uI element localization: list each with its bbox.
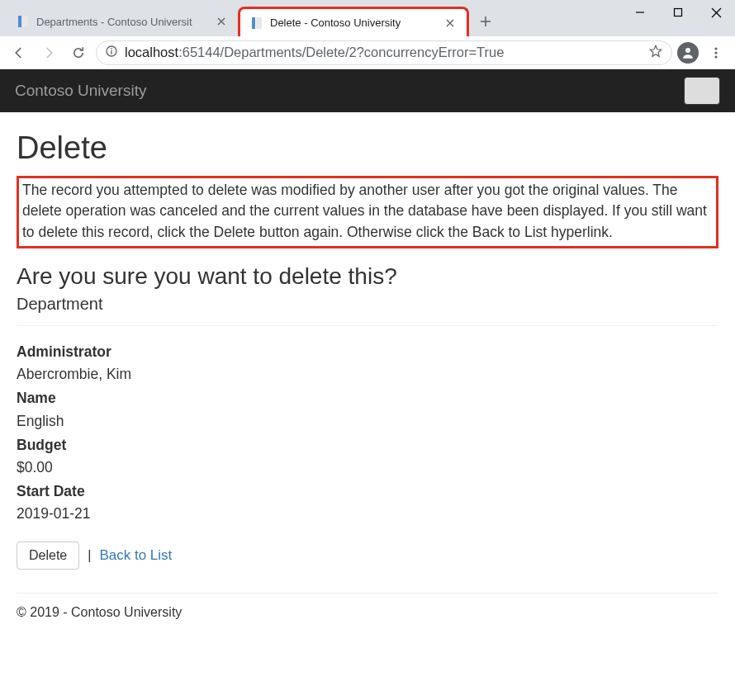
window-controls <box>621 0 735 25</box>
divider <box>17 593 718 594</box>
bookmark-star-icon[interactable] <box>648 44 663 62</box>
url-port: :65144 <box>178 45 220 59</box>
page-content: Delete The record you attempted to delet… <box>0 112 735 638</box>
back-to-list-link[interactable]: Back to List <box>99 547 172 564</box>
svg-rect-0 <box>18 16 21 27</box>
detail-list: Administrator Abercrombie, Kim Name Engl… <box>17 341 718 525</box>
field-value: 2019-01-21 <box>17 503 718 525</box>
svg-point-9 <box>714 47 717 50</box>
url-host: localhost <box>125 45 178 59</box>
site-info-icon[interactable] <box>105 45 118 61</box>
reload-button[interactable] <box>66 40 91 65</box>
field-label: Name <box>17 387 718 409</box>
confirm-heading: Are you sure you want to delete this? <box>17 263 718 290</box>
page-title: Delete <box>17 130 718 166</box>
maximize-button[interactable] <box>659 0 697 25</box>
error-text: The record you attempted to delete was m… <box>22 182 707 240</box>
minimize-button[interactable] <box>621 0 659 25</box>
separator: | <box>88 548 91 563</box>
field-value: English <box>17 410 718 433</box>
browser-tabs: Departments - Contoso Universit Delete -… <box>0 0 497 36</box>
field-value: Abercrombie, Kim <box>17 363 718 385</box>
concurrency-error-message: The record you attempted to delete was m… <box>17 176 718 248</box>
browser-tab-active[interactable]: Delete - Contoso University <box>238 7 469 36</box>
tab-title: Departments - Contoso Universit <box>36 16 208 28</box>
brand-link[interactable]: Contoso University <box>15 82 146 100</box>
app-navbar: Contoso University <box>0 69 735 112</box>
profile-avatar-icon[interactable] <box>677 42 699 64</box>
entity-subheading: Department <box>17 295 718 314</box>
window-titlebar: Departments - Contoso Universit Delete -… <box>0 0 735 36</box>
forward-button[interactable] <box>36 40 61 65</box>
svg-rect-2 <box>252 17 255 29</box>
tab-title: Delete - Contoso University <box>270 17 437 29</box>
svg-point-8 <box>685 48 690 53</box>
field-label: Budget <box>17 434 718 456</box>
close-icon[interactable] <box>215 15 228 28</box>
page-favicon-icon <box>250 17 263 30</box>
back-button[interactable] <box>7 40 31 65</box>
kebab-menu-icon[interactable] <box>704 40 728 65</box>
close-window-button[interactable] <box>697 0 735 25</box>
svg-rect-1 <box>22 16 28 27</box>
browser-toolbar: localhost:65144/Departments/Delete/2?con… <box>0 36 735 69</box>
form-actions: Delete | Back to List <box>17 542 718 570</box>
browser-tab-inactive[interactable]: Departments - Contoso Universit <box>7 7 238 36</box>
url-text: localhost:65144/Departments/Delete/2?con… <box>125 45 504 60</box>
svg-rect-3 <box>256 17 262 29</box>
navbar-toggle-button[interactable] <box>684 77 720 105</box>
svg-rect-4 <box>675 9 682 17</box>
svg-rect-7 <box>111 50 111 54</box>
divider <box>17 325 718 326</box>
svg-point-10 <box>714 51 717 54</box>
svg-point-11 <box>714 55 717 58</box>
field-label: Administrator <box>17 341 718 363</box>
page-footer: © 2019 - Contoso University <box>17 605 718 620</box>
field-value: $0.00 <box>17 456 718 479</box>
svg-point-6 <box>111 48 112 50</box>
address-bar[interactable]: localhost:65144/Departments/Delete/2?con… <box>96 40 672 65</box>
delete-button[interactable]: Delete <box>17 542 79 570</box>
field-label: Start Date <box>17 480 718 503</box>
new-tab-button[interactable] <box>474 10 497 33</box>
page-favicon-icon <box>17 15 30 28</box>
close-icon[interactable] <box>443 17 457 30</box>
url-path: /Departments/Delete/2?concurrencyError=T… <box>220 45 505 59</box>
